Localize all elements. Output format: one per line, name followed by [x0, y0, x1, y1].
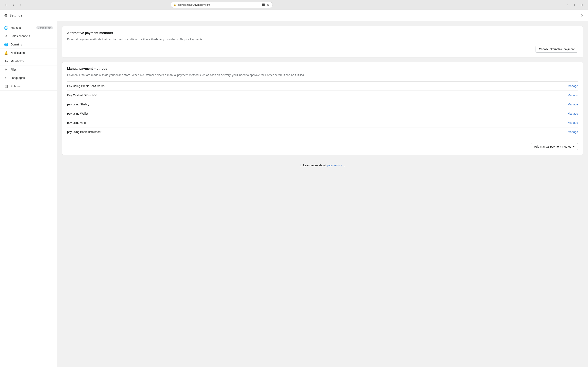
sidebar-item-label: Notifications [11, 51, 53, 54]
sidebar-item-notifications[interactable]: 🔔 Notifications [0, 49, 57, 57]
sidebar-item-label: Files [11, 68, 53, 71]
languages-icon: A↑ [4, 76, 8, 80]
sidebar-item-files[interactable]: Files [0, 66, 57, 74]
sidebar-toggle-button[interactable]: ⊡ [3, 2, 9, 8]
sidebar-item-label: Policies [11, 85, 53, 88]
payment-method-row: pay using Shahry Manage [67, 100, 578, 109]
footer-text-before: Learn more about [303, 164, 326, 167]
alternative-payment-title: Alternative payment methods [67, 31, 578, 35]
sidebar-item-label: Languages [11, 76, 53, 80]
payment-method-name: Pay Cash at OPay POS [67, 94, 98, 97]
alternative-payment-description: External payment methods that can be use… [67, 37, 578, 42]
new-tab-button[interactable]: + [572, 2, 577, 8]
payment-method-name: pay using Shahry [67, 103, 89, 106]
sidebar-item-sales-channels[interactable]: Sales channels [0, 32, 57, 40]
browser-controls: ⊡ ‹ › [3, 2, 24, 8]
policies-icon [4, 84, 8, 88]
share-button[interactable]: ↑ [564, 2, 570, 8]
globe-icon: 🌐 [4, 26, 8, 30]
payment-method-name: pay using Wallet [67, 112, 88, 115]
alternative-payment-card: Alternative payment methods External pay… [62, 26, 583, 58]
address-bar[interactable]: 🔒 opaycashback.myshopify.com ⬛ ↻ [171, 2, 273, 8]
payment-method-row: pay using Wallet Manage [67, 109, 578, 118]
add-method-row: Add manual payment method ▾ [67, 140, 578, 150]
manage-link-2[interactable]: Manage [568, 103, 578, 106]
browser-actions: ↑ + ⊞ [564, 2, 585, 8]
svg-line-4 [6, 36, 7, 37]
payment-methods-list: Pay Using Credit/Debit Cards Manage Pay … [67, 81, 578, 136]
app-header: ⚙ Settings ✕ [0, 10, 588, 21]
windows-button[interactable]: ⊞ [579, 2, 585, 8]
content-area: Alternative payment methods External pay… [57, 21, 588, 367]
add-manual-payment-button[interactable]: Add manual payment method ▾ [531, 143, 578, 150]
payments-link-label: payments [327, 164, 340, 167]
manage-link-4[interactable]: Manage [568, 121, 578, 124]
close-button[interactable]: ✕ [580, 13, 584, 17]
payment-method-name: Pay Using Credit/Debit Cards [67, 84, 104, 88]
payment-method-row: Pay Cash at OPay POS Manage [67, 91, 578, 100]
sidebar-item-label: Sales channels [11, 34, 53, 38]
manual-payment-title: Manual payment methods [67, 67, 578, 71]
sidebar-item-label: Metafields [11, 59, 53, 63]
app-container: ⚙ Settings ✕ 🌐 Markets Coming soon [0, 10, 588, 367]
back-button[interactable]: ‹ [11, 2, 16, 8]
sidebar-item-markets[interactable]: 🌐 Markets Coming soon [0, 24, 57, 32]
sidebar-item-label: Domains [11, 43, 53, 46]
choose-alternative-payment-button[interactable]: Choose alternative payment [536, 46, 578, 53]
manage-link-5[interactable]: Manage [568, 130, 578, 133]
sidebar-item-label: Markets [11, 26, 34, 29]
app-title: Settings [9, 14, 22, 17]
external-link-icon: ↗ [340, 164, 342, 167]
add-method-label: Add manual payment method [534, 145, 571, 148]
files-icon [4, 67, 8, 72]
svg-line-3 [6, 35, 7, 36]
browser-bar: ⊡ ‹ › 🔒 opaycashback.myshopify.com ⬛ ↻ ↑… [0, 0, 588, 10]
lock-icon: 🔒 [173, 3, 176, 6]
svg-point-2 [7, 37, 8, 38]
coming-soon-badge: Coming soon [36, 26, 53, 29]
reload-button[interactable]: ↻ [266, 3, 270, 7]
manage-link-3[interactable]: Manage [568, 112, 578, 115]
app-header-title: ⚙ Settings [4, 13, 22, 18]
manage-link-0[interactable]: Manage [568, 84, 578, 88]
footer-text-after: . [344, 164, 345, 167]
sidebar-item-languages[interactable]: A↑ Languages [0, 74, 57, 82]
gear-icon: ⚙ [4, 13, 7, 18]
chevron-down-icon: ▾ [573, 145, 575, 148]
sidebar: 🌐 Markets Coming soon Sales channels [0, 21, 57, 367]
cast-icon: ⬛ [262, 3, 265, 6]
payment-method-row: Pay Using Credit/Debit Cards Manage [67, 81, 578, 91]
sidebar-item-metafields[interactable]: Aa Metafields [0, 57, 57, 66]
manual-payment-description: Payments that are made outside your onli… [67, 73, 578, 77]
manage-link-1[interactable]: Manage [568, 94, 578, 97]
url-text: opaycashback.myshopify.com [177, 3, 210, 6]
domains-icon: 🌐 [4, 42, 8, 47]
manual-payment-card: Manual payment methods Payments that are… [62, 62, 583, 155]
main-layout: 🌐 Markets Coming soon Sales channels [0, 21, 588, 367]
info-icon: ℹ [300, 163, 302, 167]
sidebar-item-policies[interactable]: Policies [0, 82, 57, 91]
payment-method-name: pay using Valu [67, 121, 86, 124]
payments-link[interactable]: payments ↗ [327, 164, 342, 167]
metafields-icon: Aa [4, 59, 8, 63]
payment-method-row: pay using Bank Installment Manage [67, 127, 578, 136]
payment-method-row: pay using Valu Manage [67, 118, 578, 127]
payment-method-name: pay using Bank Installment [67, 130, 101, 133]
svg-point-1 [7, 35, 8, 36]
bell-icon: 🔔 [4, 51, 8, 55]
sidebar-item-domains[interactable]: 🌐 Domains [0, 40, 57, 49]
forward-button[interactable]: › [18, 2, 24, 8]
sales-channels-icon [4, 34, 8, 38]
footer-info: ℹ Learn more about payments ↗ . [62, 159, 583, 171]
svg-point-0 [5, 36, 6, 36]
